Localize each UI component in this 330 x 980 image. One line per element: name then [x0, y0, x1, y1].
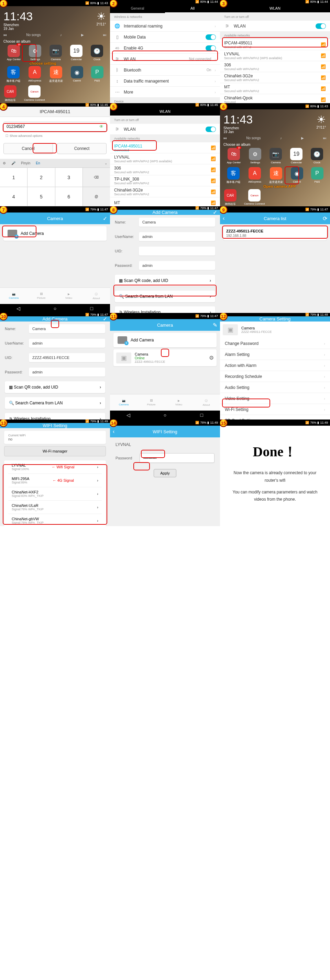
- uid-input[interactable]: [139, 247, 215, 256]
- app-aliexpress[interactable]: AAliExpress: [28, 66, 41, 83]
- key[interactable]: 5: [27, 187, 55, 206]
- back-icon[interactable]: ‹: [113, 428, 114, 434]
- row-wlan-toggle[interactable]: ⚞WLAN: [110, 124, 220, 135]
- app-ps[interactable]: PP&S: [91, 66, 103, 83]
- keyboard[interactable]: ⚙🎤PinyinEn⌄ 123⌫ 456@ 789完成 .0 返回: [0, 159, 110, 206]
- app-car[interactable]: CAR神州租车: [224, 189, 236, 206]
- wifi-network[interactable]: LYVNALSecured with WPA/WPA2 (WPS availab…: [110, 153, 220, 164]
- home-icon[interactable]: ○: [52, 306, 58, 311]
- clock-widget[interactable]: 11:43 Shenzhen 19 Jan: [224, 113, 253, 134]
- app-cn1[interactable]: 客顺丰客户端: [227, 167, 240, 184]
- back-icon[interactable]: ‹: [223, 215, 224, 221]
- choose-album[interactable]: Choose an album: [224, 143, 250, 146]
- weather-widget[interactable]: ☀2°/11°: [317, 113, 326, 129]
- settings-tabs[interactable]: General All: [110, 3, 220, 13]
- app-car[interactable]: CAR神州租车: [4, 85, 16, 102]
- app-canon[interactable]: CanonCamera Connect: [24, 85, 45, 102]
- wifi-manager-button[interactable]: Wi-Fi manager: [4, 446, 106, 456]
- wifi-network[interactable]: LYVNALSecured with WPA/WPA2 (WPS availab…: [220, 50, 330, 61]
- app-appcenter[interactable]: 🛍36App Center: [227, 148, 241, 164]
- app-cn1[interactable]: 客顺丰客户端: [6, 66, 20, 83]
- advanced-checkbox[interactable]: ☐Show advanced options: [0, 134, 110, 138]
- app-calendar[interactable]: 19Calendar: [290, 148, 303, 164]
- key-at[interactable]: @: [83, 187, 110, 206]
- row-roaming[interactable]: 🌐International roaming›: [110, 21, 220, 32]
- refresh-icon[interactable]: ⟳: [323, 215, 327, 222]
- tab-all[interactable]: All: [165, 3, 220, 13]
- music-widget[interactable]: ⏮No songs♪▶⏭: [3, 31, 106, 38]
- opt-sdcard[interactable]: SD Card Setting›: [220, 415, 330, 420]
- row-bluetooth[interactable]: ᛒBluetoothOn›: [110, 65, 220, 76]
- nav-video[interactable]: ▶Video: [165, 395, 192, 410]
- nav-video[interactable]: ▶Video: [55, 288, 82, 304]
- app-cn2[interactable]: 速速卖通卖家: [49, 66, 63, 83]
- wifi-network[interactable]: TP-LINK_308Secured with WPA/WPA2📶: [110, 175, 220, 186]
- nav-about[interactable]: ⓘAbout: [192, 395, 220, 410]
- connect-button[interactable]: Connect: [57, 143, 106, 154]
- key[interactable]: 2: [27, 168, 55, 187]
- add-camera-button[interactable]: Add Camera: [113, 333, 217, 347]
- nav-picture[interactable]: 🖼Picture: [138, 395, 165, 410]
- app-clock[interactable]: 🕐Clock: [91, 45, 103, 61]
- app-appcenter[interactable]: 🛍36App Center: [7, 45, 21, 61]
- app-camera[interactable]: 📷Camera: [270, 148, 282, 164]
- nav-camera[interactable]: 📷Camera: [110, 395, 138, 410]
- row-wlan-toggle[interactable]: ⚞WLAN: [220, 21, 330, 32]
- weather-widget[interactable]: ☀2°/11°: [97, 10, 106, 26]
- nav-camera[interactable]: 📷Camera: [0, 288, 27, 304]
- edit-icon[interactable]: ✎: [213, 322, 217, 328]
- back-icon[interactable]: ◁: [16, 306, 21, 311]
- app-aliexpress[interactable]: AAliExpress: [248, 167, 261, 184]
- music-widget[interactable]: ⏮No songs♪▶⏭: [224, 134, 327, 142]
- wifi-option[interactable]: LYVNALSignal:100%← Wifi Signal›: [8, 460, 102, 474]
- wifi-network[interactable]: ChinaNet-QpokSecured📶: [220, 94, 330, 103]
- password-input[interactable]: 01234567👁: [3, 122, 106, 131]
- camera-item[interactable]: ▣ Camera Online ZZZZ-495011-FECCE ⚙: [113, 349, 217, 366]
- search-lan-button[interactable]: 🔍 Search Camera from LAN›: [115, 291, 215, 302]
- opt-action[interactable]: Action with Alarm›: [220, 360, 330, 371]
- wifi-password-input[interactable]: ••••••••••: [140, 453, 214, 463]
- username-input[interactable]: admin: [29, 339, 105, 348]
- opt-audio[interactable]: Audio Setting›: [220, 382, 330, 393]
- scan-qr-button[interactable]: ▦ Scan QR code, add UID›: [5, 381, 105, 393]
- wifi-option[interactable]: ChinaNet-ULaRSignal:78% WPA_TKIP›: [8, 500, 102, 514]
- name-input[interactable]: Camera: [139, 218, 215, 227]
- wifi-network[interactable]: ChinaNet-3G2eSecured with WPA/WPA2📶: [220, 72, 330, 83]
- wifi-network[interactable]: MT📶: [110, 197, 220, 206]
- kb-collapse-icon[interactable]: ⌄: [102, 161, 110, 165]
- opt-changepwd[interactable]: Change Password›: [220, 338, 330, 349]
- key[interactable]: 6: [56, 187, 82, 206]
- uid-input[interactable]: ZZZZ-495011-FECCE: [29, 353, 105, 362]
- app-canon[interactable]: CanonCamera Connect: [244, 189, 265, 206]
- wifi-network[interactable]: IPCAM-495011Secured with WPA2📶: [220, 39, 330, 50]
- password-input[interactable]: admin: [29, 368, 105, 377]
- clock-widget[interactable]: 11:43 Shenzhen 19 Jan: [3, 10, 33, 30]
- choose-album[interactable]: Choose an album: [3, 40, 30, 43]
- row-wlan[interactable]: ⚞WLANNot connected›: [110, 54, 220, 65]
- username-input[interactable]: admin: [139, 232, 215, 241]
- camera-list-item[interactable]: ZZZZ-495011-FECCE 192.168.1.88: [224, 226, 327, 240]
- key-backspace[interactable]: ⌫: [83, 168, 110, 187]
- app-canmi[interactable]: ◉Canmi: [291, 167, 303, 184]
- wifi-network[interactable]: MTSecured with WPA/WPA2📶: [220, 83, 330, 94]
- recent-icon[interactable]: □: [89, 306, 95, 311]
- apply-button[interactable]: Apply: [154, 469, 176, 477]
- cancel-button[interactable]: Cancel: [3, 143, 53, 154]
- wifi-option[interactable]: ChinaNet-gbVWSignal:78% WPA_TKIP›: [8, 514, 102, 526]
- recent-icon[interactable]: □: [199, 412, 205, 418]
- app-cn2[interactable]: 速速卖通卖家: [269, 167, 283, 184]
- app-canmi[interactable]: ◉Canmi: [71, 66, 83, 83]
- name-input[interactable]: Camera: [29, 324, 105, 333]
- wifi-network[interactable]: 306Secured with WPA/WPA2📶: [110, 164, 220, 175]
- wifi-option[interactable]: ChinaNet-HXF2Signal:83% WPA_TKIP›: [8, 487, 102, 500]
- app-clock[interactable]: 🕐Clock: [311, 148, 323, 164]
- opt-alarm[interactable]: Alarm Setting›: [220, 349, 330, 360]
- wireless-install-button[interactable]: ⚞ Wireless Installation›: [5, 413, 105, 420]
- toggle[interactable]: [206, 45, 216, 51]
- toggle[interactable]: [206, 127, 216, 132]
- key[interactable]: 4: [0, 187, 27, 206]
- opt-video[interactable]: Video Setting›: [220, 393, 330, 404]
- search-lan-button[interactable]: 🔍 Search Camera from LAN›: [5, 397, 105, 409]
- eye-icon[interactable]: 👁: [99, 124, 103, 129]
- key[interactable]: 3: [56, 168, 82, 187]
